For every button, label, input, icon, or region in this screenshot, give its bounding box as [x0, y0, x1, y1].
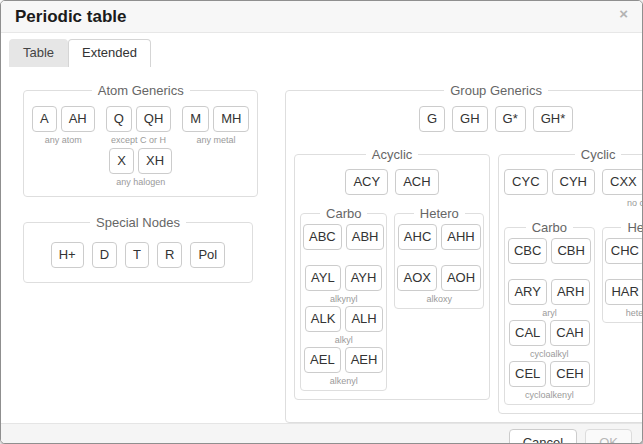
button-group: AHC AHH — [398, 224, 481, 264]
group-caption: cycloalkenyl — [525, 390, 574, 401]
button-gh[interactable]: GH — [452, 106, 488, 132]
group-caption: no carbon — [627, 198, 643, 209]
acyclic-hetero-fieldset: Hetero AHC AHH — [394, 206, 484, 309]
button-ayl[interactable]: AYL — [305, 265, 341, 291]
close-icon[interactable]: × — [619, 7, 628, 21]
acyclic-hetero-legend: Hetero — [414, 206, 465, 221]
button-group: CHC CHH — [605, 238, 643, 278]
button-q[interactable]: Q — [106, 106, 132, 132]
button-har[interactable]: HAR — [605, 279, 643, 305]
button-ayh[interactable]: AYH — [345, 265, 383, 291]
button-a[interactable]: A — [32, 106, 57, 132]
button-pair: AHC AHH — [398, 224, 481, 250]
atom-generics-legend: Atom Generics — [92, 83, 190, 98]
button-cxx[interactable]: CXX — [602, 169, 643, 195]
button-alk[interactable]: ALK — [305, 306, 342, 332]
button-group: ARY ARH aryl — [508, 279, 590, 319]
tab-table[interactable]: Table — [9, 39, 68, 67]
button-pair: CEL CEH — [509, 361, 590, 387]
button-pol[interactable]: Pol — [190, 242, 225, 268]
button-qh[interactable]: QH — [136, 106, 172, 132]
button-cel[interactable]: CEL — [509, 361, 546, 387]
button-abc[interactable]: ABC — [303, 224, 342, 250]
periodic-table-dialog: Periodic table × Table Extended Atom Gen… — [0, 0, 643, 444]
button-g-star[interactable]: G* — [495, 106, 526, 132]
button-gh-star[interactable]: GH* — [533, 106, 574, 132]
button-pair: ABC ABH — [303, 224, 384, 250]
button-group: HAR HAH hetero aryl — [605, 279, 643, 319]
button-cbc[interactable]: CBC — [508, 238, 547, 264]
group-caption: any halogen — [116, 177, 165, 188]
button-pair: CXX CXH — [602, 169, 643, 195]
button-pair: CHC CHH — [605, 238, 643, 264]
cancel-button[interactable]: Cancel — [509, 429, 577, 444]
button-aox[interactable]: AOX — [397, 265, 436, 291]
acyclic-top-row: ACY ACH — [300, 169, 484, 195]
button-ceh[interactable]: CEH — [550, 361, 589, 387]
ok-button[interactable]: OK — [585, 429, 632, 444]
button-r[interactable]: R — [157, 242, 182, 268]
button-aeh[interactable]: AEH — [345, 347, 384, 373]
button-group: CAL CAH cycloalkyl — [509, 320, 590, 360]
group-caption: cycloalkyl — [530, 349, 569, 360]
button-abh[interactable]: ABH — [346, 224, 385, 250]
button-ah[interactable]: AH — [61, 106, 95, 132]
button-acy[interactable]: ACY — [345, 169, 388, 195]
button-aoh[interactable]: AOH — [441, 265, 481, 291]
acyclic-carbo-groups: ABC ABH AYL AYH — [303, 224, 384, 388]
cyclic-carbo-fieldset: Carbo CBC CBH — [504, 220, 595, 405]
button-ael[interactable]: AEL — [304, 347, 341, 373]
button-cbh[interactable]: CBH — [551, 238, 590, 264]
button-group: ABC ABH — [303, 224, 384, 264]
button-arh[interactable]: ARH — [551, 279, 590, 305]
right-column: Group Generics G GH G* GH* Acyclic ACY A… — [285, 83, 623, 423]
button-cyc[interactable]: CYC — [504, 169, 547, 195]
button-ahc[interactable]: AHC — [398, 224, 437, 250]
button-ahh[interactable]: AHH — [441, 224, 480, 250]
button-h-plus[interactable]: H+ — [51, 242, 84, 268]
button-chc[interactable]: CHC — [605, 238, 643, 264]
button-pair: A AH — [32, 106, 95, 132]
button-x[interactable]: X — [109, 148, 134, 174]
button-group: M MH any metal — [182, 106, 249, 146]
button-g[interactable]: G — [419, 106, 445, 132]
button-group: A AH any atom — [32, 106, 95, 146]
button-group: X XH any halogen — [109, 148, 172, 188]
button-cal[interactable]: CAL — [509, 320, 546, 346]
group-caption: any atom — [45, 135, 82, 146]
group-generics-top-row: G GH G* GH* — [294, 106, 643, 132]
left-column: Atom Generics A AH any atom Q QH — [23, 83, 253, 423]
button-xh[interactable]: XH — [138, 148, 172, 174]
group-generics-body: Acyclic ACY ACH Carbo — [294, 147, 643, 414]
cyclic-fieldset: Cyclic CYC CYH CXX — [498, 147, 643, 414]
tab-extended[interactable]: Extended — [68, 39, 151, 67]
atom-generics-row-2: X XH any halogen — [32, 148, 249, 188]
group-caption: aryl — [542, 308, 557, 319]
cyclic-hetero-legend: Hetero — [621, 220, 643, 235]
special-nodes-legend: Special Nodes — [90, 215, 186, 230]
group-generics-legend: Group Generics — [444, 83, 548, 98]
cyclic-sub-row: Carbo CBC CBH — [504, 220, 643, 405]
button-ary[interactable]: ARY — [508, 279, 547, 305]
group-caption: alkynyl — [330, 294, 358, 305]
button-cah[interactable]: CAH — [550, 320, 589, 346]
button-pair: CBC CBH — [508, 238, 591, 264]
group-caption: alkoxy — [427, 294, 453, 305]
button-alh[interactable]: ALH — [345, 306, 382, 332]
button-d[interactable]: D — [92, 242, 117, 268]
cyclic-carbo-groups: CBC CBH ARY ARH — [507, 238, 592, 402]
group-caption: alkyl — [335, 335, 353, 346]
button-m[interactable]: M — [182, 106, 209, 132]
button-mh[interactable]: MH — [213, 106, 249, 132]
button-pair: Q QH — [106, 106, 172, 132]
button-cyh[interactable]: CYH — [552, 169, 595, 195]
button-t[interactable]: T — [125, 242, 149, 268]
button-ach[interactable]: ACH — [395, 169, 438, 195]
button-pair: AEL AEH — [304, 347, 383, 373]
button-pair: M MH — [182, 106, 249, 132]
button-group: Q QH except C or H — [106, 106, 172, 146]
group-caption: any metal — [196, 135, 235, 146]
button-group: CEL CEH cycloalkenyl — [509, 361, 590, 401]
tab-bar: Table Extended — [1, 33, 642, 67]
cyclic-top-row: CYC CYH CXX CXH no carbon — [504, 169, 643, 209]
